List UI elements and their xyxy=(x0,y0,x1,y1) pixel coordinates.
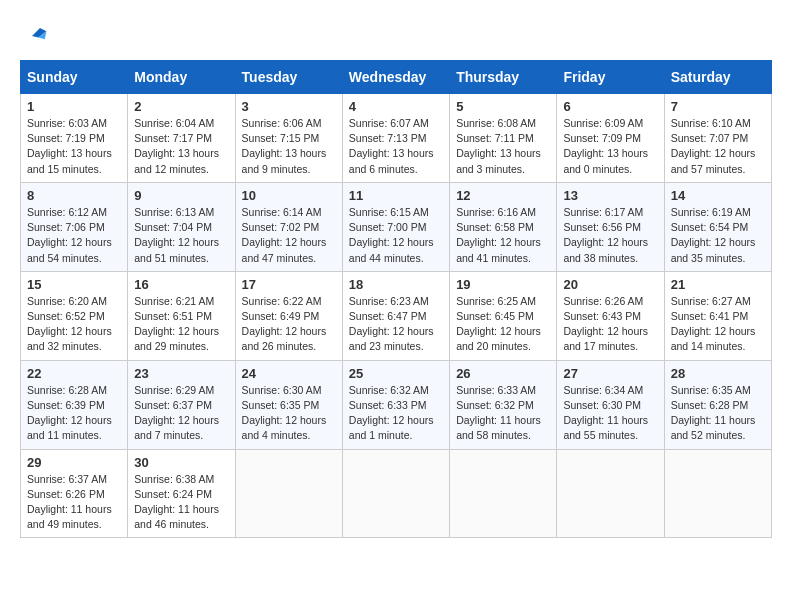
day-number: 27 xyxy=(563,366,657,381)
calendar-cell: 14Sunrise: 6:19 AM Sunset: 6:54 PM Dayli… xyxy=(664,182,771,271)
day-number: 29 xyxy=(27,455,121,470)
calendar-cell: 22Sunrise: 6:28 AM Sunset: 6:39 PM Dayli… xyxy=(21,360,128,449)
calendar-cell: 4Sunrise: 6:07 AM Sunset: 7:13 PM Daylig… xyxy=(342,94,449,183)
calendar-cell: 15Sunrise: 6:20 AM Sunset: 6:52 PM Dayli… xyxy=(21,271,128,360)
calendar-cell xyxy=(557,449,664,538)
calendar-cell: 9Sunrise: 6:13 AM Sunset: 7:04 PM Daylig… xyxy=(128,182,235,271)
calendar-cell: 19Sunrise: 6:25 AM Sunset: 6:45 PM Dayli… xyxy=(450,271,557,360)
day-number: 25 xyxy=(349,366,443,381)
calendar-cell xyxy=(235,449,342,538)
weekday-header-thursday: Thursday xyxy=(450,61,557,94)
calendar-cell: 29Sunrise: 6:37 AM Sunset: 6:26 PM Dayli… xyxy=(21,449,128,538)
calendar-cell: 5Sunrise: 6:08 AM Sunset: 7:11 PM Daylig… xyxy=(450,94,557,183)
day-number: 22 xyxy=(27,366,121,381)
calendar-cell: 18Sunrise: 6:23 AM Sunset: 6:47 PM Dayli… xyxy=(342,271,449,360)
day-number: 20 xyxy=(563,277,657,292)
day-info: Sunrise: 6:08 AM Sunset: 7:11 PM Dayligh… xyxy=(456,116,550,177)
calendar-cell: 21Sunrise: 6:27 AM Sunset: 6:41 PM Dayli… xyxy=(664,271,771,360)
logo-bird-icon xyxy=(24,20,48,44)
day-number: 21 xyxy=(671,277,765,292)
day-number: 24 xyxy=(242,366,336,381)
calendar-cell: 7Sunrise: 6:10 AM Sunset: 7:07 PM Daylig… xyxy=(664,94,771,183)
day-number: 12 xyxy=(456,188,550,203)
day-info: Sunrise: 6:30 AM Sunset: 6:35 PM Dayligh… xyxy=(242,383,336,444)
day-number: 1 xyxy=(27,99,121,114)
day-number: 7 xyxy=(671,99,765,114)
day-number: 10 xyxy=(242,188,336,203)
day-info: Sunrise: 6:09 AM Sunset: 7:09 PM Dayligh… xyxy=(563,116,657,177)
day-number: 28 xyxy=(671,366,765,381)
calendar-cell: 25Sunrise: 6:32 AM Sunset: 6:33 PM Dayli… xyxy=(342,360,449,449)
calendar-week-row: 29Sunrise: 6:37 AM Sunset: 6:26 PM Dayli… xyxy=(21,449,772,538)
day-number: 9 xyxy=(134,188,228,203)
day-info: Sunrise: 6:14 AM Sunset: 7:02 PM Dayligh… xyxy=(242,205,336,266)
day-number: 30 xyxy=(134,455,228,470)
day-info: Sunrise: 6:07 AM Sunset: 7:13 PM Dayligh… xyxy=(349,116,443,177)
day-number: 5 xyxy=(456,99,550,114)
calendar-week-row: 15Sunrise: 6:20 AM Sunset: 6:52 PM Dayli… xyxy=(21,271,772,360)
day-info: Sunrise: 6:35 AM Sunset: 6:28 PM Dayligh… xyxy=(671,383,765,444)
calendar-week-row: 1Sunrise: 6:03 AM Sunset: 7:19 PM Daylig… xyxy=(21,94,772,183)
page-header xyxy=(20,20,772,44)
day-info: Sunrise: 6:15 AM Sunset: 7:00 PM Dayligh… xyxy=(349,205,443,266)
calendar-header-row: SundayMondayTuesdayWednesdayThursdayFrid… xyxy=(21,61,772,94)
day-info: Sunrise: 6:10 AM Sunset: 7:07 PM Dayligh… xyxy=(671,116,765,177)
day-info: Sunrise: 6:23 AM Sunset: 6:47 PM Dayligh… xyxy=(349,294,443,355)
day-info: Sunrise: 6:16 AM Sunset: 6:58 PM Dayligh… xyxy=(456,205,550,266)
day-info: Sunrise: 6:22 AM Sunset: 6:49 PM Dayligh… xyxy=(242,294,336,355)
calendar-cell: 1Sunrise: 6:03 AM Sunset: 7:19 PM Daylig… xyxy=(21,94,128,183)
calendar-cell: 13Sunrise: 6:17 AM Sunset: 6:56 PM Dayli… xyxy=(557,182,664,271)
day-info: Sunrise: 6:37 AM Sunset: 6:26 PM Dayligh… xyxy=(27,472,121,533)
day-number: 16 xyxy=(134,277,228,292)
day-number: 14 xyxy=(671,188,765,203)
day-info: Sunrise: 6:12 AM Sunset: 7:06 PM Dayligh… xyxy=(27,205,121,266)
calendar-cell: 23Sunrise: 6:29 AM Sunset: 6:37 PM Dayli… xyxy=(128,360,235,449)
day-info: Sunrise: 6:38 AM Sunset: 6:24 PM Dayligh… xyxy=(134,472,228,533)
day-number: 6 xyxy=(563,99,657,114)
calendar-week-row: 8Sunrise: 6:12 AM Sunset: 7:06 PM Daylig… xyxy=(21,182,772,271)
calendar-cell: 11Sunrise: 6:15 AM Sunset: 7:00 PM Dayli… xyxy=(342,182,449,271)
day-info: Sunrise: 6:29 AM Sunset: 6:37 PM Dayligh… xyxy=(134,383,228,444)
calendar-cell: 6Sunrise: 6:09 AM Sunset: 7:09 PM Daylig… xyxy=(557,94,664,183)
calendar-table: SundayMondayTuesdayWednesdayThursdayFrid… xyxy=(20,60,772,538)
day-info: Sunrise: 6:17 AM Sunset: 6:56 PM Dayligh… xyxy=(563,205,657,266)
weekday-header-monday: Monday xyxy=(128,61,235,94)
calendar-cell: 16Sunrise: 6:21 AM Sunset: 6:51 PM Dayli… xyxy=(128,271,235,360)
calendar-cell: 12Sunrise: 6:16 AM Sunset: 6:58 PM Dayli… xyxy=(450,182,557,271)
weekday-header-tuesday: Tuesday xyxy=(235,61,342,94)
day-number: 15 xyxy=(27,277,121,292)
day-info: Sunrise: 6:13 AM Sunset: 7:04 PM Dayligh… xyxy=(134,205,228,266)
weekday-header-friday: Friday xyxy=(557,61,664,94)
day-info: Sunrise: 6:34 AM Sunset: 6:30 PM Dayligh… xyxy=(563,383,657,444)
calendar-week-row: 22Sunrise: 6:28 AM Sunset: 6:39 PM Dayli… xyxy=(21,360,772,449)
calendar-cell: 24Sunrise: 6:30 AM Sunset: 6:35 PM Dayli… xyxy=(235,360,342,449)
day-number: 13 xyxy=(563,188,657,203)
day-info: Sunrise: 6:26 AM Sunset: 6:43 PM Dayligh… xyxy=(563,294,657,355)
day-number: 23 xyxy=(134,366,228,381)
weekday-header-sunday: Sunday xyxy=(21,61,128,94)
day-number: 2 xyxy=(134,99,228,114)
day-info: Sunrise: 6:19 AM Sunset: 6:54 PM Dayligh… xyxy=(671,205,765,266)
day-number: 3 xyxy=(242,99,336,114)
day-info: Sunrise: 6:33 AM Sunset: 6:32 PM Dayligh… xyxy=(456,383,550,444)
day-info: Sunrise: 6:06 AM Sunset: 7:15 PM Dayligh… xyxy=(242,116,336,177)
calendar-cell xyxy=(664,449,771,538)
calendar-cell xyxy=(450,449,557,538)
calendar-cell: 8Sunrise: 6:12 AM Sunset: 7:06 PM Daylig… xyxy=(21,182,128,271)
day-number: 8 xyxy=(27,188,121,203)
weekday-header-saturday: Saturday xyxy=(664,61,771,94)
calendar-cell: 28Sunrise: 6:35 AM Sunset: 6:28 PM Dayli… xyxy=(664,360,771,449)
calendar-cell: 30Sunrise: 6:38 AM Sunset: 6:24 PM Dayli… xyxy=(128,449,235,538)
logo xyxy=(20,20,48,44)
calendar-cell: 3Sunrise: 6:06 AM Sunset: 7:15 PM Daylig… xyxy=(235,94,342,183)
day-number: 17 xyxy=(242,277,336,292)
day-info: Sunrise: 6:25 AM Sunset: 6:45 PM Dayligh… xyxy=(456,294,550,355)
calendar-cell: 20Sunrise: 6:26 AM Sunset: 6:43 PM Dayli… xyxy=(557,271,664,360)
day-number: 4 xyxy=(349,99,443,114)
day-number: 11 xyxy=(349,188,443,203)
calendar-cell xyxy=(342,449,449,538)
day-info: Sunrise: 6:32 AM Sunset: 6:33 PM Dayligh… xyxy=(349,383,443,444)
day-info: Sunrise: 6:20 AM Sunset: 6:52 PM Dayligh… xyxy=(27,294,121,355)
calendar-cell: 17Sunrise: 6:22 AM Sunset: 6:49 PM Dayli… xyxy=(235,271,342,360)
calendar-cell: 2Sunrise: 6:04 AM Sunset: 7:17 PM Daylig… xyxy=(128,94,235,183)
